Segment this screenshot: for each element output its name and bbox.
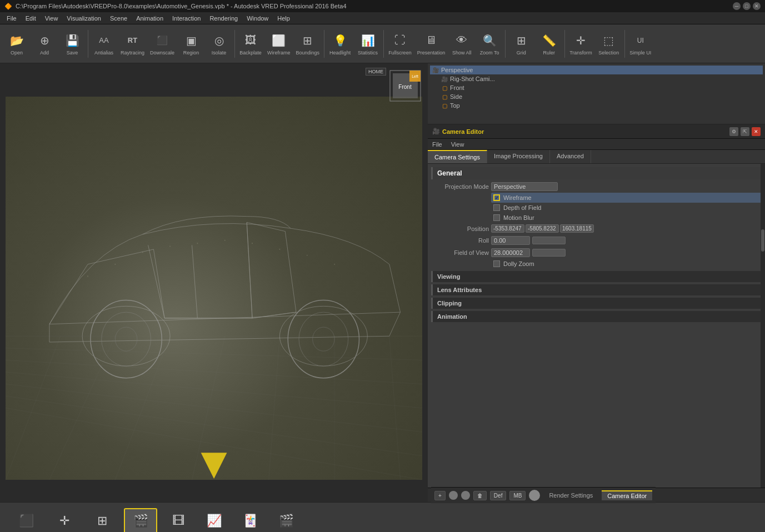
menu-rendering[interactable]: Rendering — [205, 14, 242, 23]
menu-view[interactable]: View — [41, 14, 63, 23]
bottom-tool-cameras[interactable]: 🎬 Cameras — [124, 508, 158, 532]
tool-presentation[interactable]: 🖥 Presentation — [415, 27, 448, 61]
menu-scene[interactable]: Scene — [106, 14, 132, 23]
roll-slider[interactable] — [532, 237, 566, 244]
add-render-btn[interactable]: + — [434, 491, 446, 500]
roll-value[interactable]: 0.00 — [491, 236, 530, 245]
menu-interaction[interactable]: Interaction — [168, 14, 205, 23]
bottom-tool-materials[interactable]: ⊞ Materials — [87, 509, 118, 532]
bottom-tool-render[interactable]: 🎬 Render — [271, 509, 302, 532]
mb-btn[interactable]: MB — [509, 491, 526, 500]
scene-rigshot-label: Rig-Shot Cami... — [450, 76, 495, 82]
section-clipping[interactable]: Clipping — [431, 298, 762, 309]
tool-zoom-to[interactable]: 🔍 Zoom To — [476, 27, 503, 61]
titlebar-right[interactable]: ─ □ ✕ — [733, 2, 761, 10]
tool-transform[interactable]: ✛ Transform — [567, 27, 594, 61]
open-icon: 📂 — [8, 32, 26, 49]
scene-item-rigshot[interactable]: 🎥 Rig-Shot Cami... — [430, 74, 763, 83]
toggle-circle[interactable] — [529, 490, 540, 501]
nav-cube[interactable]: Front Left — [387, 68, 423, 104]
tool-save[interactable]: 💾 Save — [59, 27, 86, 61]
scene-item-front[interactable]: ▢ Front — [430, 83, 763, 92]
def-btn[interactable]: Def — [490, 491, 507, 500]
tool-backplate[interactable]: 🖼 Backplate — [237, 27, 264, 61]
menu-edit[interactable]: Edit — [21, 14, 41, 23]
render-settings-tab[interactable]: Render Settings — [543, 491, 598, 500]
tool-show-all[interactable]: 👁 Show All — [448, 27, 475, 61]
motion-blur-checkbox[interactable] — [493, 214, 500, 221]
tool-raytracing[interactable]: RT Raytracing — [118, 27, 147, 61]
tab-image-processing[interactable]: Image Processing — [487, 150, 550, 163]
tool-selection[interactable]: ⬚ Selection — [596, 27, 622, 61]
tool-headlight[interactable]: 💡 Headlight — [327, 27, 353, 61]
svg-point-17 — [102, 312, 151, 366]
home-button[interactable]: HOME — [366, 68, 386, 76]
maximize-button[interactable]: □ — [743, 2, 751, 10]
tool-boundings[interactable]: ⊞ Boundings — [294, 27, 322, 61]
position-y[interactable]: -5805.8232 — [526, 224, 559, 233]
menu-animation[interactable]: Animation — [132, 14, 168, 23]
bottom-tool-graph[interactable]: ⬛ Graph — [11, 509, 42, 532]
section-lens-attributes[interactable]: Lens Attributes — [431, 284, 762, 295]
tab-advanced[interactable]: Advanced — [550, 150, 591, 163]
menu-file[interactable]: File — [2, 14, 21, 23]
bottom-tool-curves[interactable]: 📈 Curves — [199, 509, 229, 532]
section-general[interactable]: General — [431, 167, 762, 179]
tool-fullscreen[interactable]: ⛶ Fullscreen — [386, 27, 414, 61]
circle-btn-1[interactable] — [449, 491, 458, 500]
tool-statistics[interactable]: 📊 Statistics — [354, 27, 381, 61]
tool-simple-ui[interactable]: UI Simple UI — [627, 27, 654, 61]
circle-btn-2[interactable] — [461, 491, 470, 500]
scrollbar-thumb[interactable] — [761, 229, 764, 252]
menu-window[interactable]: Window — [242, 14, 273, 23]
scene-item-top[interactable]: ▢ Top — [430, 101, 763, 110]
headlight-icon: 💡 — [331, 32, 349, 49]
minimize-button[interactable]: ─ — [733, 2, 741, 10]
dolly-zoom-checkbox[interactable] — [493, 260, 500, 267]
section-viewing[interactable]: Viewing — [431, 271, 762, 282]
depth-of-field-row: Depth of Field — [491, 203, 762, 213]
camera-editor: 🎥 Camera Editor ⚙ ⇱ ✕ File View Camera S… — [428, 124, 765, 502]
materials-icon: ⊞ — [93, 511, 112, 530]
tool-grid[interactable]: ⊞ Grid — [508, 27, 534, 61]
tool-antialias[interactable]: AA Antialias — [91, 27, 117, 61]
editor-close-btn[interactable]: ✕ — [752, 127, 761, 136]
render-icon: 🎬 — [277, 511, 296, 530]
position-x[interactable]: -5353.8247 — [491, 224, 524, 233]
scene-item-side[interactable]: ▢ Side — [430, 92, 763, 101]
menu-visualization[interactable]: Visualization — [62, 14, 106, 23]
settings-scrollbar[interactable] — [761, 164, 765, 488]
tool-downscale[interactable]: ⬛ Downscale — [148, 27, 177, 61]
bottom-tool-transform[interactable]: ✛ Transform — [47, 509, 81, 532]
menu-help[interactable]: Help — [273, 14, 294, 23]
depth-of-field-label: Depth of Field — [503, 204, 541, 211]
close-button[interactable]: ✕ — [753, 2, 761, 10]
bottom-tool-vsets[interactable]: 🃏 VSets — [235, 509, 266, 532]
fov-slider[interactable] — [532, 249, 566, 257]
tool-region[interactable]: ▣ Region — [178, 27, 204, 61]
fov-value[interactable]: 28.000002 — [491, 248, 530, 257]
titlebar-left: 🔶 C:\Program Files\Autodesk\VREDPro-8.0\… — [4, 3, 347, 10]
editor-detach-btn[interactable]: ⇱ — [741, 127, 749, 136]
editor-menu-file[interactable]: File — [430, 141, 444, 148]
tool-ruler[interactable]: 📏 Ruler — [536, 27, 562, 61]
editor-menu-view[interactable]: View — [449, 141, 467, 148]
tool-add[interactable]: ⊕ Add — [31, 27, 58, 61]
bottom-tool-clips[interactable]: 🎞 Clips — [163, 509, 193, 532]
viewport[interactable]: Front Left HOME ▼ — [0, 63, 428, 502]
scene-item-perspective[interactable]: 🎥 Perspective — [430, 66, 763, 74]
tool-isolate[interactable]: ◎ Isolate — [206, 27, 232, 61]
tool-wireframe[interactable]: ⬜ Wireframe — [265, 27, 293, 61]
camera-editor-tab[interactable]: Camera Editor — [602, 490, 652, 500]
tool-open[interactable]: 📂 Open — [3, 27, 30, 61]
svg-point-33 — [252, 243, 253, 244]
section-animation[interactable]: Animation — [431, 311, 762, 322]
svg-line-4 — [6, 384, 422, 432]
position-z[interactable]: 1603.18115 — [560, 224, 594, 233]
tab-camera-settings[interactable]: Camera Settings — [428, 150, 487, 163]
wireframe-checkbox[interactable]: ✓ — [493, 194, 500, 201]
depth-of-field-checkbox[interactable] — [493, 204, 500, 211]
projection-mode-value[interactable]: Perspective — [491, 182, 558, 191]
editor-settings-btn[interactable]: ⚙ — [729, 127, 738, 136]
delete-btn[interactable]: 🗑 — [473, 491, 487, 500]
